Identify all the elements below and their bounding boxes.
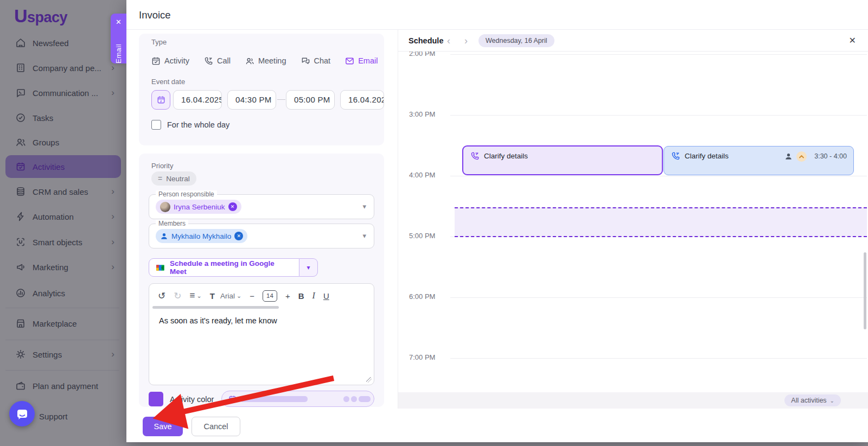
calendar-icon [157, 95, 165, 104]
person-responsible-label: Person responsible [156, 190, 217, 198]
email-side-tab[interactable]: ✕ Email [111, 14, 126, 63]
close-icon[interactable]: ✕ [849, 30, 856, 52]
rich-text-editor[interactable]: ↺ ↻ ≡⌄ T Arial⌄ − 14 + B I U As soon as … [149, 283, 374, 385]
event-date-label: Event date [151, 78, 185, 86]
gridline [450, 358, 867, 359]
selected-time-slot[interactable] [455, 207, 867, 237]
text-format-icon: T [210, 291, 215, 301]
google-meet-button-group: Schedule a meeting in Google Meet ▾ [149, 258, 318, 277]
chevron-down-icon: ▾ [307, 264, 310, 271]
prev-day-button[interactable]: ‹ [447, 30, 450, 52]
type-option-email[interactable]: Email [345, 56, 378, 66]
skeleton-dot [343, 396, 349, 402]
modal-header: Invoice [126, 0, 868, 30]
chevron-down-icon[interactable]: ▾ [362, 202, 366, 211]
screen: Uspacy Newsfeed Company and pe... › Comm… [0, 0, 868, 446]
phone-icon [204, 56, 213, 66]
chevron-up-icon [799, 154, 805, 160]
outgoing-call-icon [671, 151, 680, 161]
schedule-date-pill[interactable]: Wednesday, 16 April [478, 34, 554, 47]
calendar-picker-button[interactable] [151, 90, 170, 110]
chevron-down-icon: ⌄ [196, 292, 201, 300]
equals-icon: = [158, 174, 162, 183]
chevron-down-icon: ⌄ [237, 292, 241, 300]
chat-icon [301, 56, 310, 66]
schedule-meet-button[interactable]: Schedule a meeting in Google Meet [149, 258, 299, 277]
avatar [160, 202, 170, 212]
activity-color-swatch[interactable] [149, 392, 163, 406]
end-date-field[interactable]: 16.04.2025 [340, 90, 384, 110]
font-size-decrease[interactable]: − [250, 291, 254, 301]
editor-toolbar: ↺ ↻ ≡⌄ T Arial⌄ − 14 + B I U [158, 289, 369, 303]
meet-options-dropdown[interactable]: ▾ [299, 258, 318, 277]
schedule-title: Schedule [409, 30, 443, 52]
italic-button[interactable]: I [312, 291, 315, 301]
next-day-button[interactable]: › [464, 30, 468, 52]
font-size-value[interactable]: 14 [263, 290, 277, 302]
priority-label: Priority [151, 162, 173, 170]
skeleton-bar [240, 396, 308, 402]
priority-high-badge [796, 151, 807, 162]
members-label: Members [156, 220, 188, 227]
end-time-field[interactable]: 05:00 PM [286, 90, 335, 110]
gridline [450, 176, 867, 176]
calendar-icon [228, 395, 237, 403]
cancel-button[interactable]: Cancel [192, 417, 240, 436]
schedule-footer: All activities⌄ [398, 392, 868, 409]
time-label: 5:00 PM [409, 232, 447, 240]
start-time-field[interactable]: 04:30 PM [227, 90, 276, 110]
skeleton-bar [359, 396, 371, 402]
time-label: 7:00 PM [409, 353, 447, 361]
undo-icon[interactable]: ↺ [158, 290, 165, 302]
whole-day-checkbox[interactable] [151, 120, 161, 130]
event-clarify-details-draft[interactable]: Clarify details [462, 145, 663, 175]
save-button[interactable]: Save [143, 417, 183, 436]
resize-handle[interactable] [366, 377, 372, 383]
schedule-header: Schedule ‹ › Wednesday, 16 April ✕ [398, 30, 868, 52]
priority-chip[interactable]: = Neutral [151, 171, 196, 186]
remove-icon[interactable]: ✕ [228, 202, 237, 211]
activity-color-label: Activity color [170, 395, 214, 404]
page-title: Invoice [139, 0, 171, 30]
type-option-call[interactable]: Call [204, 56, 231, 66]
support-chat-launcher[interactable] [9, 401, 35, 426]
member-chip[interactable]: Mykhailo Mykhailo ✕ [156, 229, 247, 243]
outgoing-call-icon [470, 151, 480, 161]
redo-icon[interactable]: ↻ [174, 290, 181, 302]
activities-filter-dropdown[interactable]: All activities⌄ [784, 394, 841, 406]
person-chip[interactable]: Iryna Serbeniuk ✕ [156, 200, 241, 214]
type-selector: Activity Call Meeting Chat Email [151, 54, 378, 67]
calendar-icon [151, 56, 161, 66]
toolbar-scrollbar[interactable] [152, 306, 279, 309]
type-option-meeting[interactable]: Meeting [245, 56, 286, 66]
mail-icon [345, 56, 354, 66]
font-size-increase[interactable]: + [285, 291, 290, 301]
activity-color-preview[interactable] [221, 391, 374, 407]
type-option-chat[interactable]: Chat [301, 56, 331, 66]
google-meet-icon [156, 263, 165, 272]
remove-icon[interactable]: ✕ [234, 232, 243, 240]
time-label: 6:00 PM [409, 292, 447, 301]
time-label: 4:00 PM [409, 171, 447, 179]
type-label: Type [151, 38, 167, 46]
gridline [450, 115, 867, 116]
whole-day-row: For the whole day [151, 120, 229, 130]
gridline [450, 297, 867, 298]
person-responsible-field[interactable]: Person responsible Iryna Serbeniuk ✕ ▾ [149, 194, 374, 219]
align-menu[interactable]: ≡⌄ [190, 290, 202, 301]
schedule-scrollbar[interactable] [864, 252, 866, 329]
people-icon [245, 56, 254, 66]
font-menu[interactable]: T Arial⌄ [210, 291, 242, 301]
editor-content[interactable]: As soon as it's ready, let me know [159, 316, 277, 325]
type-option-activity[interactable]: Activity [151, 56, 189, 66]
underline-button[interactable]: U [323, 291, 329, 301]
person-icon [160, 232, 168, 240]
bold-button[interactable]: B [298, 291, 304, 301]
event-clarify-details[interactable]: Clarify details 3:30 - 4:00 [663, 146, 854, 175]
close-icon[interactable]: ✕ [116, 18, 122, 26]
start-date-field[interactable]: 16.04.2025 [173, 90, 222, 110]
members-field[interactable]: Members Mykhailo Mykhailo ✕ ▾ [149, 224, 374, 249]
chevron-down-icon[interactable]: ▾ [362, 232, 366, 240]
schedule-panel: 2:00 PM 3:00 PM 4:00 PM 5:00 PM 6:00 PM … [398, 30, 868, 409]
chat-bubble-icon [16, 407, 29, 420]
